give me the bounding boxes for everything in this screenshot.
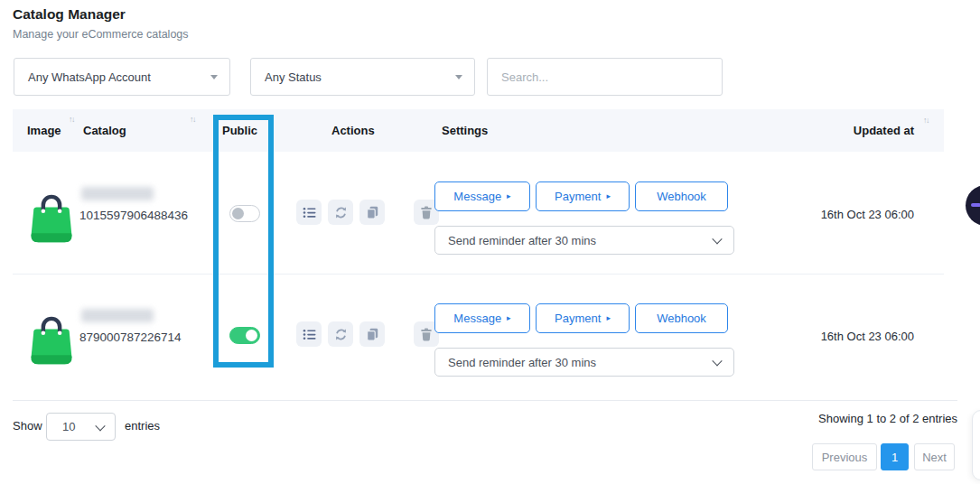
edge-panel-partial: [972, 410, 980, 480]
message-settings-button[interactable]: Message ▸: [434, 303, 530, 333]
table-row: 879000787226714: [0, 274, 980, 400]
public-toggle[interactable]: [229, 327, 260, 344]
column-header-public[interactable]: Public: [222, 124, 257, 137]
payment-settings-button[interactable]: Payment ▸: [536, 303, 630, 333]
copy-icon: [366, 206, 379, 219]
caret-down-icon: [210, 75, 218, 79]
status-dropdown[interactable]: Any Status: [250, 58, 475, 96]
catalog-name-redacted: [81, 187, 154, 200]
table-bottom-divider: [13, 400, 957, 401]
reminder-select[interactable]: Send reminder after 30 mins: [434, 226, 734, 255]
webhook-button-label: Webhook: [657, 190, 706, 203]
trash-icon: [420, 206, 433, 219]
webhook-settings-button[interactable]: Webhook: [635, 182, 728, 211]
sync-icon: [334, 328, 348, 341]
reminder-select-value: Send reminder after 30 mins: [448, 356, 596, 369]
column-header-catalog[interactable]: Catalog: [83, 124, 126, 137]
whatsapp-account-dropdown[interactable]: Any WhatsApp Account: [14, 58, 230, 96]
submenu-arrow-icon: ▸: [507, 314, 511, 322]
list-icon: [303, 206, 316, 219]
page-number-button[interactable]: 1: [881, 443, 909, 470]
fab-plus-icon: [971, 203, 980, 207]
sort-icon[interactable]: ↑↓: [190, 115, 195, 124]
webhook-settings-button[interactable]: Webhook: [635, 303, 728, 333]
column-header-settings[interactable]: Settings: [442, 124, 488, 137]
webhook-button-label: Webhook: [657, 312, 706, 325]
previous-page-button[interactable]: Previous: [812, 443, 877, 470]
payment-button-label: Payment: [555, 190, 601, 203]
page-size-value: 10: [62, 420, 75, 433]
sync-button[interactable]: [328, 200, 353, 225]
toggle-knob: [246, 330, 257, 341]
message-button-label: Message: [453, 312, 501, 325]
column-header-updated-at[interactable]: Updated at: [854, 124, 914, 137]
reminder-select-value: Send reminder after 30 mins: [448, 234, 596, 247]
payment-settings-button[interactable]: Payment ▸: [536, 182, 630, 211]
updated-at: 16th Oct 23 06:00: [821, 208, 914, 221]
submenu-arrow-icon: ▸: [606, 192, 611, 200]
table-row: 1015597906488436: [0, 152, 980, 274]
search-input[interactable]: [487, 58, 723, 96]
table-header: Image ↑↓ Catalog ↑↓ Public Actions Setti…: [13, 109, 944, 152]
entries-summary: Showing 1 to 2 of 2 entries: [818, 412, 957, 425]
catalog-id: 1015597906488436: [79, 209, 188, 222]
catalog-name-redacted: [81, 309, 154, 322]
whatsapp-account-dropdown-value: Any WhatsApp Account: [28, 70, 151, 84]
sync-icon: [334, 206, 348, 219]
page-title: Catalog Manager: [13, 6, 126, 23]
chevron-down-icon: [712, 356, 722, 366]
shopping-bag-icon: [29, 186, 74, 246]
chevron-down-icon: [95, 421, 105, 431]
updated-at: 16th Oct 23 06:00: [821, 330, 914, 343]
column-header-actions[interactable]: Actions: [331, 124, 375, 137]
payment-button-label: Payment: [555, 312, 601, 325]
copy-icon: [366, 328, 379, 341]
toggle-knob: [232, 208, 244, 219]
copy-button[interactable]: [359, 200, 385, 225]
catalog-manager-page: Catalog Manager Manage your eCommerce ca…: [0, 0, 980, 484]
reminder-select[interactable]: Send reminder after 30 mins: [434, 348, 734, 377]
sort-icon[interactable]: ↑↓: [69, 115, 74, 124]
copy-button[interactable]: [359, 321, 385, 347]
list-details-button[interactable]: [296, 200, 322, 225]
shopping-bag-icon: [29, 308, 74, 368]
column-header-image[interactable]: Image: [27, 124, 61, 137]
page-subtitle: Manage your eCommerce catalogs: [13, 28, 189, 41]
list-details-button[interactable]: [296, 321, 322, 347]
submenu-arrow-icon: ▸: [606, 314, 611, 322]
submenu-arrow-icon: ▸: [507, 192, 511, 200]
chevron-down-icon: [712, 234, 722, 244]
message-button-label: Message: [453, 190, 501, 203]
sort-icon[interactable]: ↑↓: [923, 116, 929, 125]
show-label: Show: [13, 419, 42, 433]
public-toggle[interactable]: [229, 205, 260, 222]
catalog-id: 879000787226714: [79, 330, 182, 344]
list-icon: [303, 328, 316, 341]
message-settings-button[interactable]: Message ▸: [434, 182, 530, 211]
page-size-select[interactable]: 10: [46, 413, 116, 441]
trash-icon: [420, 328, 433, 341]
caret-down-icon: [455, 75, 462, 79]
sync-button[interactable]: [328, 321, 353, 347]
status-dropdown-value: Any Status: [265, 70, 322, 84]
entries-label: entries: [125, 419, 160, 433]
next-page-button[interactable]: Next: [914, 443, 955, 470]
